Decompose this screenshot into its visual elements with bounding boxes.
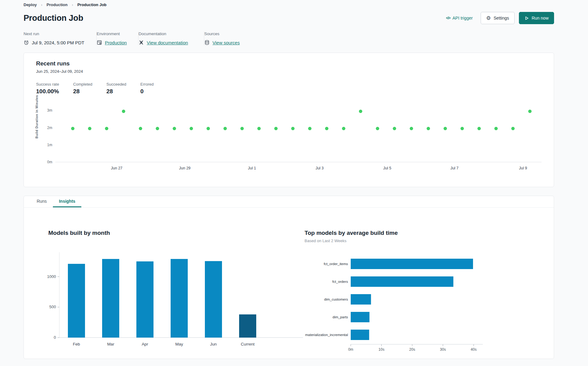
page: Deploy › Production › Production Job Pro… <box>24 0 554 359</box>
models-built-chart-title: Models built by month <box>48 230 305 236</box>
stat-success-rate: Success rate 100.00% <box>36 82 59 95</box>
chevron-right-icon: › <box>41 3 42 7</box>
meta-environment: Environment Production <box>97 31 138 45</box>
recent-runs-date-range: Jun 25, 2024–Jul 09, 2024 <box>36 69 542 74</box>
code-icon: </> <box>446 16 450 20</box>
database-stack-icon <box>204 40 210 45</box>
svg-text:0: 0 <box>54 335 56 340</box>
breadcrumb-item-deploy[interactable]: Deploy <box>24 2 37 7</box>
svg-text:Jun: Jun <box>210 342 217 346</box>
models-built-chart: 05001000FebMarAprMayJunCurrent <box>37 250 305 351</box>
sources-label: Sources <box>204 31 240 36</box>
tab-insights[interactable]: Insights <box>53 196 82 207</box>
breadcrumb-item-production[interactable]: Production <box>46 2 68 7</box>
clock-icon <box>24 40 29 45</box>
models-built-section: Models built by month 05001000FebMarAprM… <box>48 230 305 358</box>
top-models-chart-subtitle: Based on Last 2 Weeks <box>305 238 542 243</box>
settings-label: Settings <box>494 16 509 20</box>
recent-runs-card: Recent runs Jun 25, 2024–Jul 09, 2024 Su… <box>24 53 554 187</box>
svg-text:materialization_incremental: materialization_incremental <box>305 333 348 337</box>
job-meta: Next run Jul 9, 2024, 5:00 PM PDT Enviro… <box>24 31 554 45</box>
svg-text:Mar: Mar <box>107 342 114 346</box>
meta-sources: Sources View sources <box>204 31 248 45</box>
svg-text:dim_parts: dim_parts <box>333 315 348 319</box>
next-run-label: Next run <box>24 31 88 36</box>
view-sources-link[interactable]: View sources <box>213 40 240 45</box>
svg-text:Jul 3: Jul 3 <box>316 166 324 170</box>
gear-icon: ⚙ <box>486 16 491 21</box>
meta-documentation: Documentation View documentation <box>139 31 204 45</box>
stat-completed: Completed 28 <box>73 82 92 95</box>
svg-text:500: 500 <box>49 305 56 309</box>
api-trigger-label: API trigger <box>453 16 473 20</box>
svg-text:May: May <box>175 342 183 346</box>
next-run-value: Jul 9, 2024, 5:00 PM PDT <box>32 40 84 45</box>
run-now-button[interactable]: Run now <box>519 12 554 24</box>
svg-text:30s: 30s <box>440 347 446 352</box>
stat-errored: Errored 0 <box>140 82 153 95</box>
svg-text:10s: 10s <box>379 347 384 352</box>
svg-text:Jul 1: Jul 1 <box>248 166 256 170</box>
svg-text:40s: 40s <box>471 347 476 352</box>
svg-text:Apr: Apr <box>142 342 148 346</box>
play-icon <box>524 16 529 20</box>
svg-text:0m: 0m <box>47 160 52 164</box>
svg-text:2m: 2m <box>47 126 52 130</box>
svg-text:Jul 7: Jul 7 <box>450 166 458 170</box>
top-models-chart: 0m10s20s30s40sfct_order_itemsfct_ordersd… <box>305 254 542 358</box>
top-models-chart-title: Top models by average build time <box>305 230 542 236</box>
runs-insights-card: Runs Insights Models built by month 0500… <box>24 196 554 359</box>
svg-text:dim_customers: dim_customers <box>324 298 348 301</box>
meta-next-run: Next run Jul 9, 2024, 5:00 PM PDT <box>24 31 96 45</box>
svg-text:Current: Current <box>241 342 254 346</box>
scatter-plot: 3m2m1m0mJun 27Jun 29Jul 1Jul 3Jul 5Jul 7… <box>36 103 542 173</box>
top-models-section: Top models by average build time Based o… <box>305 230 542 358</box>
breadcrumb-item-current: Production Job <box>77 2 106 7</box>
environment-link[interactable]: Production <box>105 40 127 45</box>
svg-text:Jun 29: Jun 29 <box>179 166 191 170</box>
svg-text:Jul 9: Jul 9 <box>519 166 527 170</box>
documentation-label: Documentation <box>139 31 196 36</box>
dbt-docs-icon <box>139 40 144 45</box>
breadcrumb: Deploy › Production › Production Job <box>24 2 554 7</box>
svg-text:fct_orders: fct_orders <box>332 280 348 283</box>
svg-text:Jul 5: Jul 5 <box>383 166 391 170</box>
page-title: Production Job <box>24 13 83 23</box>
svg-text:3m: 3m <box>47 108 52 113</box>
build-duration-chart: Build Duration in Minutes 3m2m1m0mJun 27… <box>36 103 542 173</box>
svg-text:1m: 1m <box>47 143 52 147</box>
svg-text:Jun 27: Jun 27 <box>111 166 123 170</box>
header-actions: </> API trigger ⚙ Settings Run now <box>446 12 554 24</box>
settings-button[interactable]: ⚙ Settings <box>481 12 515 24</box>
environment-label: Environment <box>97 31 130 36</box>
svg-text:Feb: Feb <box>73 342 80 346</box>
stat-succeeded: Succeeded 28 <box>106 82 126 95</box>
svg-text:0m: 0m <box>348 347 353 352</box>
run-now-label: Run now <box>532 16 549 20</box>
insights-panel: Models built by month 05001000FebMarAprM… <box>24 208 554 358</box>
svg-text:20s: 20s <box>409 347 415 352</box>
svg-text:fct_order_items: fct_order_items <box>324 262 348 266</box>
database-server-icon <box>97 40 102 45</box>
chevron-right-icon: › <box>72 3 73 7</box>
tab-runs[interactable]: Runs <box>31 196 53 207</box>
view-documentation-link[interactable]: View documentation <box>147 40 188 45</box>
recent-runs-stats: Success rate 100.00% Completed 28 Succee… <box>36 82 542 95</box>
page-header: Production Job </> API trigger ⚙ Setting… <box>24 12 554 24</box>
recent-runs-title: Recent runs <box>36 60 542 67</box>
tab-bar: Runs Insights <box>24 196 554 208</box>
y-axis-label: Build Duration in Minutes <box>35 95 39 139</box>
svg-text:1000: 1000 <box>47 274 56 279</box>
api-trigger-link[interactable]: </> API trigger <box>446 16 473 20</box>
